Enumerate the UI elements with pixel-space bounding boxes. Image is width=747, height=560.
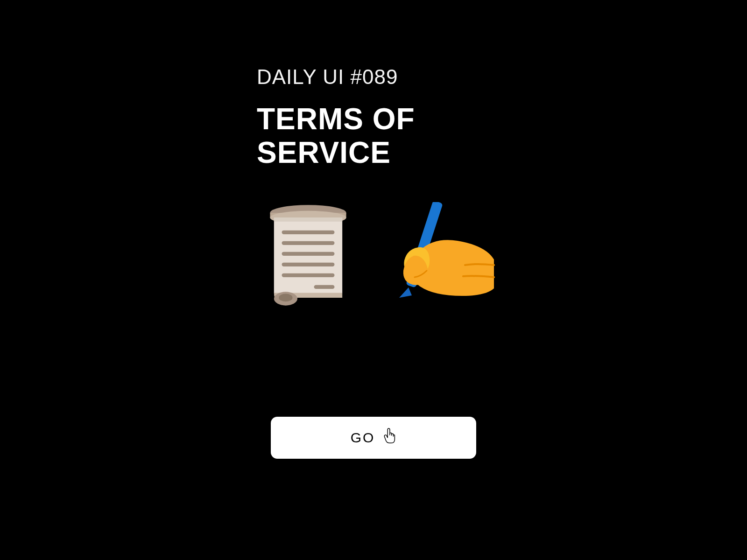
button-area: GO [271, 417, 476, 459]
icon-row [261, 202, 495, 309]
svg-rect-4 [282, 231, 335, 234]
svg-point-11 [279, 294, 292, 302]
svg-rect-5 [282, 241, 335, 245]
hand-cursor-icon [382, 428, 396, 448]
go-button[interactable]: GO [271, 417, 476, 459]
svg-rect-3 [274, 218, 342, 222]
go-button-label: GO [351, 430, 375, 446]
page-title: TERMS OF SERVICE [257, 103, 490, 169]
main-content: DAILY UI #089 TERMS OF SERVICE [257, 65, 490, 309]
svg-rect-8 [282, 273, 335, 277]
writing-hand-icon [374, 202, 495, 309]
scroll-icon [261, 202, 355, 309]
svg-rect-6 [282, 252, 335, 256]
page-subtitle: DAILY UI #089 [257, 65, 398, 89]
svg-rect-9 [314, 285, 335, 289]
svg-marker-13 [399, 287, 412, 298]
svg-rect-7 [282, 263, 335, 266]
